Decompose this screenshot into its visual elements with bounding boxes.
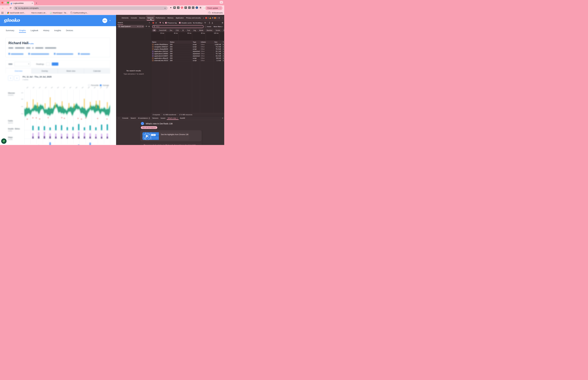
view-tab[interactable]: Overview (5, 68, 32, 74)
video-caption[interactable]: See the highlights from Chrome 138 (159, 132, 189, 140)
view-tab[interactable]: Overlay (32, 68, 58, 74)
clear-search-icon[interactable]: ⊗ (137, 26, 138, 27)
col-type[interactable]: Type (192, 41, 200, 43)
filter-text-field[interactable] (156, 26, 202, 27)
range-select[interactable] (15, 62, 30, 66)
cookie-consent-badge[interactable] (1, 138, 7, 144)
import-har-icon[interactable] (209, 22, 210, 24)
readings-toggle[interactable] (46, 62, 50, 66)
article-card[interactable]: Preconnected origins in 'Network depende… (140, 143, 202, 145)
search-query[interactable]: /data?patient= (121, 26, 136, 27)
type-chip[interactable]: Font (186, 29, 191, 32)
window-minimize-button[interactable] (4, 2, 6, 3)
report-links-redacted[interactable] (8, 53, 90, 55)
nav-item[interactable]: Devices (66, 27, 73, 34)
table-row[interactable]: application-c8bacd96… 200 script Other 9… (151, 57, 224, 59)
invert-checkbox[interactable]: Invert (205, 26, 211, 27)
search-pane-close-icon[interactable]: × (149, 21, 150, 24)
request-initiator[interactable]: Other (200, 43, 213, 45)
all-bookmarks-button[interactable]: All Bookmarks (207, 12, 223, 14)
video-thumbnail[interactable]: new (142, 132, 159, 140)
browser-tab[interactable]: g LogbookWeb × (9, 1, 34, 5)
nav-item[interactable]: Logbook (30, 27, 38, 34)
export-har-icon[interactable] (211, 22, 213, 24)
devtools-tab[interactable]: Memory (166, 15, 175, 20)
extension-icon[interactable]: J (177, 6, 179, 9)
bookmark-item[interactable]: How to create a dr... (28, 12, 47, 14)
extension-icon[interactable]: ⯐ (199, 6, 202, 9)
network-table-header[interactable]: Name Status Type Initiator Size T… (151, 41, 224, 43)
tab-search-icon[interactable]: ⌄ (220, 1, 223, 4)
drawer-tab[interactable]: AI assistance × (137, 116, 151, 120)
drawer-menu-icon[interactable]: ⋮ (117, 117, 121, 119)
case-toggle[interactable]: Aa (142, 26, 143, 27)
previous-period-button[interactable]: ‹ (8, 76, 13, 81)
next-period-button[interactable]: › (14, 76, 19, 81)
table-row[interactable]: application2-295f003… 200 stylesheet Oth… (151, 53, 224, 55)
reload-icon[interactable]: ⟳ (10, 7, 12, 9)
extension-icon[interactable]: ⁕ (170, 6, 172, 9)
devtools-tab[interactable]: Elements (121, 15, 130, 20)
preserve-log-checkbox[interactable]: ✓Preserve log (165, 22, 177, 24)
drawer-tab[interactable]: What's new × (167, 116, 179, 120)
type-chip[interactable]: All (152, 29, 156, 32)
average-checkbox[interactable]: ✓ (100, 84, 101, 86)
new-tab-button[interactable]: + (36, 2, 37, 5)
drawer-tab[interactable]: Issues × (159, 116, 167, 120)
drawer-tab[interactable]: Console × (121, 116, 129, 120)
url-text[interactable]: eu.my.glooko.com/graphs (18, 7, 164, 9)
profile-link[interactable]: Profile (28, 43, 34, 45)
type-chip[interactable]: Img (192, 29, 197, 32)
request-initiator[interactable]: Other (200, 50, 213, 52)
more-tabs-icon[interactable]: » (202, 17, 205, 19)
type-chip[interactable]: Doc (169, 29, 174, 32)
extension-icon[interactable]: T (185, 6, 187, 9)
search-input[interactable]: /data?patient= ⊗ (.*) Aa (117, 25, 144, 28)
window-close-button[interactable] (1, 2, 3, 3)
devtools-tab[interactable]: Performance (155, 15, 167, 20)
network-search-icon[interactable] (162, 22, 164, 24)
extension-icon[interactable]: ✓ (196, 6, 198, 9)
extension-icon[interactable]: H (173, 6, 176, 9)
request-initiator[interactable]: Other (200, 48, 213, 50)
type-chip[interactable]: Manifest (205, 29, 214, 32)
devtools-menu-icon[interactable]: ⋮ (221, 17, 224, 19)
browser-menu-icon[interactable]: ⋮ (219, 7, 221, 9)
bookmark-item[interactable]: tHashOutput - Tal... (50, 12, 67, 14)
forward-icon[interactable]: → (6, 7, 8, 9)
inspect-element-icon[interactable] (117, 17, 118, 19)
settings-gear-icon[interactable]: ⚙ (218, 17, 221, 19)
type-chip[interactable]: Media (198, 29, 205, 32)
more-filters-button[interactable]: More filters▾ (214, 26, 223, 27)
apply-button[interactable] (52, 62, 58, 66)
window-zoom-button[interactable] (7, 2, 9, 3)
drawer-close-icon[interactable]: × (222, 117, 223, 119)
drawer-tab[interactable]: Autofill × (179, 116, 186, 120)
type-chip[interactable]: JS (181, 29, 185, 32)
request-initiator[interactable]: Other (200, 55, 213, 57)
throttling-select[interactable]: No throttling▾ (193, 22, 203, 24)
bookmark-star-icon[interactable]: ★ (164, 7, 166, 9)
finish-update-button[interactable]: Finish update ⋮ (205, 6, 223, 10)
refresh-icon[interactable]: ⟳ (146, 25, 147, 27)
view-tab[interactable]: Calendar (84, 68, 110, 74)
network-conditions-icon[interactable] (204, 22, 206, 24)
url-bar[interactable]: eu.my.glooko.com/graphs ★ (13, 6, 168, 10)
devtools-tab[interactable]: Console (130, 15, 138, 20)
device-toolbar-icon[interactable] (119, 17, 120, 19)
request-initiator[interactable]: Other (200, 46, 213, 48)
nav-item[interactable]: Insights (54, 27, 61, 34)
col-time[interactable]: T… (222, 41, 224, 43)
network-settings-icon[interactable]: ⚙ (222, 22, 223, 24)
scrollbar[interactable] (202, 130, 203, 145)
record-icon[interactable] (152, 22, 154, 24)
see-all-features-button[interactable]: See all new features (141, 126, 157, 129)
extension-icon[interactable]: L (192, 6, 194, 9)
devtools-tab[interactable]: Privacy and security (185, 15, 202, 20)
nav-item[interactable]: Summary (5, 27, 15, 34)
regex-toggle[interactable]: (.*) (139, 26, 141, 27)
col-name[interactable]: Name (151, 41, 169, 43)
table-row[interactable]: graphs.26aba86699d… 200 script Other 75.… (151, 48, 224, 50)
bookmark-item[interactable]: karaf bundle won't... (7, 12, 25, 14)
type-chip[interactable]: CSS (174, 29, 180, 32)
